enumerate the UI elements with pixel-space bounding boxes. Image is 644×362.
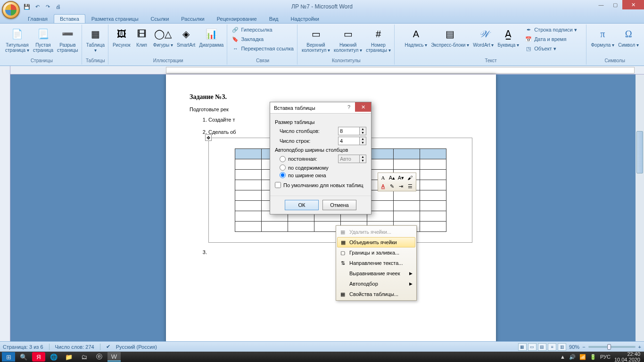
horizontal-ruler[interactable] [10,66,644,74]
spin-down-icon[interactable]: ▼ [359,131,366,135]
tab-references[interactable]: Ссылки [145,14,175,23]
maximize-button[interactable]: ▢ [608,0,622,9]
start-button[interactable]: ⊞ [2,352,15,362]
tab-addins[interactable]: Надстройки [285,14,325,23]
header-button[interactable]: ▭Верхний колонтитул ▾ [300,25,331,54]
network-icon[interactable]: 📶 [579,354,586,360]
format-painter-icon[interactable]: 🖌 [406,174,414,181]
search-button[interactable]: 🔍 [17,352,30,362]
dialog-title-bar[interactable]: Вставка таблицы ? ✕ [270,102,371,114]
ctx-text-direction[interactable]: ⇅Направление текста... [337,258,415,268]
word-count[interactable]: Число слов: 274 [55,344,94,350]
pagenum-button[interactable]: #Номер страницы ▾ [364,25,392,54]
quickparts-button[interactable]: ▤Экспресс-блоки ▾ [429,25,471,49]
ctx-borders[interactable]: ▢Границы и заливка... [337,247,415,258]
ctx-delete-cells[interactable]: ▦Удалить ячейки... [337,227,415,237]
cover-page-button[interactable]: 📄Титульная страница ▾ [4,25,31,54]
clip-button[interactable]: 🎞Клип [133,25,151,49]
volume-icon[interactable]: 🔊 [569,354,576,360]
vertical-scrollbar[interactable] [636,74,644,352]
object-button[interactable]: ◳Объект ▾ [523,44,578,53]
zoom-level[interactable]: 90% [569,344,579,350]
crossref-button[interactable]: ↔Перекрестная ссылка [230,44,295,53]
tab-layout[interactable]: Разметка страницы [85,14,145,23]
spin-up-icon[interactable]: ▲ [359,127,366,131]
clock[interactable]: 22:40 10.04.2020 [614,351,642,362]
spin-down-icon[interactable]: ▼ [359,141,366,145]
grow-font-icon[interactable]: A▴ [388,174,396,181]
page-break-button[interactable]: ➖Разрыв страницы [56,25,80,54]
picture-button[interactable]: 🖼Рисунок [111,25,132,49]
web-layout-icon[interactable]: ▤ [538,343,546,351]
table-move-handle[interactable]: ✥ [205,134,212,141]
radio-content-input[interactable] [280,165,286,171]
table-button[interactable]: ▦Таблица ▾ [85,25,106,54]
columns-input[interactable] [339,128,359,134]
undo-icon[interactable]: ↶ [33,2,41,11]
symbol-button[interactable]: ΩСимвол ▾ [617,25,640,49]
tab-home[interactable]: Главная [22,14,54,23]
ctx-autofit[interactable]: Автоподбор▶ [337,279,415,289]
columns-spinner[interactable]: ▲▼ [338,127,366,135]
tab-view[interactable]: Вид [263,14,285,23]
minimize-button[interactable]: — [594,0,608,9]
shapes-button[interactable]: ◯△Фигуры ▾ [152,25,174,49]
bullets-icon[interactable]: ☰ [406,182,414,190]
font-color-icon[interactable]: A [379,182,387,190]
language-indicator[interactable]: РУС [600,354,611,360]
datetime-button[interactable]: 📅Дата и время [523,35,578,43]
vertical-ruler[interactable] [0,66,10,352]
equation-button[interactable]: πФормула ▾ [589,25,616,49]
dropcap-button[interactable]: A̲Буквица ▾ [496,25,520,49]
print-icon[interactable]: 🖨 [54,2,62,11]
tray-up-icon[interactable]: ▲ [560,354,565,360]
remember-check[interactable]: По умолчанию для новых таблиц [275,182,366,188]
word-taskbar-icon[interactable]: W [107,352,121,362]
zoom-out-icon[interactable]: − [582,344,585,350]
zoom-slider[interactable] [588,346,636,348]
ctx-merge-cells[interactable]: ▦Объединить ячейки [337,237,415,247]
redo-icon[interactable]: ↷ [43,2,52,11]
close-button[interactable]: ✕ [622,0,644,9]
rows-spinner[interactable]: ▲▼ [338,137,366,145]
tab-review[interactable]: Рецензирование [211,14,263,23]
radio-window[interactable]: по ширине окна [280,172,366,178]
signature-button[interactable]: ✒Строка подписи ▾ [523,25,578,34]
dialog-close-button[interactable]: ✕ [355,102,371,112]
draft-icon[interactable]: ▥ [558,343,566,351]
footer-button[interactable]: ▭Нижний колонтитул ▾ [332,25,363,54]
blank-page-button[interactable]: 📃Пустая страница [32,25,55,54]
outline-icon[interactable]: ≡ [548,343,556,351]
fullscreen-icon[interactable]: ▭ [528,343,537,351]
radio-window-input[interactable] [280,172,286,178]
ctx-table-props[interactable]: ▦Свойства таблицы... [337,289,415,299]
shrink-font-icon[interactable]: A▾ [397,174,405,181]
smartart-button[interactable]: ◈SmartArt [175,25,197,49]
hyperlink-button[interactable]: 🔗Гиперссылка [230,25,273,34]
spellcheck-icon[interactable]: ✔ [106,344,110,350]
battery-icon[interactable]: 🔋 [590,354,596,360]
zoom-thumb[interactable] [607,344,611,350]
radio-fixed[interactable]: постоянная: ▲▼ [280,155,366,163]
indent-icon[interactable]: ⇥ [397,182,405,190]
dialog-help-button[interactable]: ? [343,102,355,112]
office-button[interactable] [2,1,20,19]
rows-input[interactable] [339,138,359,144]
textbox-button[interactable]: AНадпись ▾ [404,25,429,49]
wordart-button[interactable]: 𝒲WordArt ▾ [471,25,495,49]
tab-insert[interactable]: Вставка [54,14,85,23]
print-layout-icon[interactable]: ▦ [518,343,527,351]
explorer-icon[interactable]: 🗂 [77,352,91,362]
save-icon[interactable]: 💾 [23,2,31,11]
font-icon[interactable]: A [379,174,387,181]
ie-icon[interactable]: ⓔ [92,352,106,362]
spin-up-icon[interactable]: ▲ [359,137,366,141]
ctx-cell-align[interactable]: Выравнивание ячеек▶ [337,268,415,279]
yandex-icon[interactable]: Я [32,352,45,362]
bookmark-button[interactable]: 🔖Закладка [230,35,265,43]
tab-mailings[interactable]: Рассылки [175,14,210,23]
language-status[interactable]: Русский (Россия) [116,344,157,350]
chrome-icon[interactable]: 🌐 [47,352,60,362]
radio-fixed-input[interactable] [280,156,286,162]
radio-content[interactable]: по содержимому [280,165,366,171]
